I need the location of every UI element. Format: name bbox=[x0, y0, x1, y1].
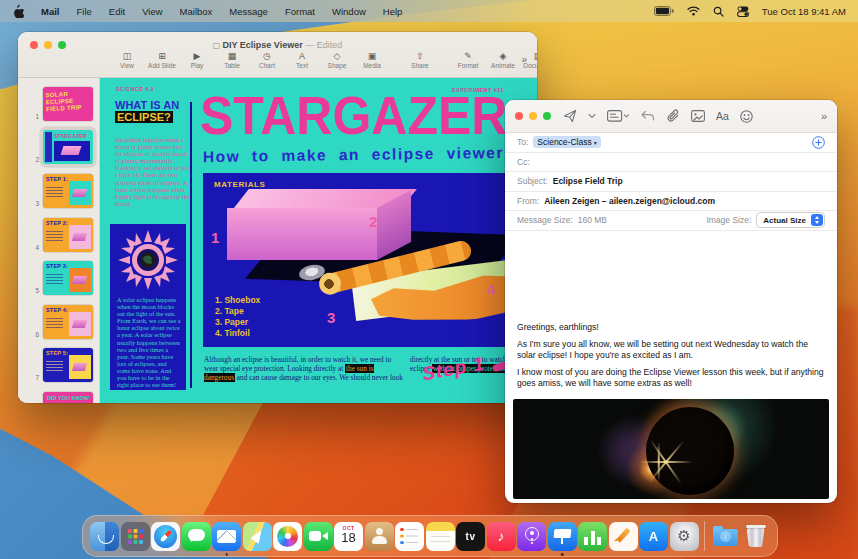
view-button[interactable]: ◫View bbox=[116, 51, 138, 70]
slide-subtitle: How to make an eclipse viewer! bbox=[203, 144, 511, 166]
menu-item-window[interactable]: Window bbox=[332, 6, 366, 17]
send-options-chevron-icon[interactable] bbox=[588, 113, 596, 119]
attach-paperclip-button[interactable] bbox=[666, 109, 680, 123]
insert-photo-button[interactable] bbox=[691, 110, 705, 122]
dock-icon-messages[interactable] bbox=[182, 522, 211, 551]
dock-icon-numbers[interactable] bbox=[578, 522, 607, 551]
table-icon: ▦ bbox=[228, 51, 237, 61]
format-text-button[interactable]: Aa bbox=[716, 110, 729, 122]
dock-icon-podcasts[interactable] bbox=[517, 522, 546, 551]
dock-icon-finder[interactable] bbox=[90, 522, 119, 551]
slide-thumbnail-7[interactable]: 7 STEP 5: bbox=[28, 348, 93, 382]
share-button[interactable]: ⇧Share bbox=[409, 51, 431, 70]
menu-item-mailbox[interactable]: Mailbox bbox=[180, 6, 213, 17]
format-button[interactable]: ✎Format bbox=[457, 51, 479, 70]
apple-menu-icon[interactable] bbox=[12, 4, 24, 18]
dock-icon-appstore[interactable]: A bbox=[639, 522, 668, 551]
slide-thumbnail-2-selected[interactable]: 2 STARGAZER bbox=[28, 130, 93, 164]
eclipse-photo-attachment[interactable] bbox=[513, 399, 829, 499]
keynote-header: ▢ DIY Eclipse Viewer — Edited ◫View ⊞Add… bbox=[18, 32, 537, 78]
document-button[interactable]: ▤Document bbox=[527, 51, 537, 70]
dock-icon-downloads-folder[interactable]: ↓ bbox=[711, 522, 740, 551]
animate-button[interactable]: ◈Animate bbox=[492, 51, 514, 70]
control-center-icon[interactable] bbox=[737, 6, 749, 17]
thumb-left-column bbox=[45, 132, 52, 162]
text-button[interactable]: AText bbox=[291, 51, 313, 70]
battery-icon[interactable] bbox=[654, 6, 674, 16]
chart-button[interactable]: ◷Chart bbox=[256, 51, 278, 70]
menu-clock[interactable]: Tue Oct 18 9:41 AM bbox=[762, 6, 846, 17]
mail-toolbar-overflow-chevron[interactable]: » bbox=[821, 110, 827, 122]
dock-icon-settings[interactable]: ⚙ bbox=[670, 522, 699, 551]
menu-item-help[interactable]: Help bbox=[383, 6, 403, 17]
header-fields-button[interactable] bbox=[607, 110, 629, 122]
menu-item-message[interactable]: Message bbox=[229, 6, 268, 17]
slide-thumbnail-6[interactable]: 6 STEP 4: bbox=[28, 305, 93, 339]
menu-item-file[interactable]: File bbox=[76, 6, 91, 17]
mail-compose-window: Aa » To: Science-Class▾ Cc: Subject: Ecl… bbox=[505, 100, 837, 503]
to-label: To: bbox=[517, 137, 528, 147]
toolbar-overflow-chevron[interactable]: » bbox=[521, 54, 527, 65]
add-slide-button[interactable]: ⊞Add Slide bbox=[151, 51, 173, 70]
dock-icon-calendar[interactable]: OCT 18 bbox=[334, 522, 363, 551]
slide-canvas[interactable]: SCIENCE 4.2 EXPERIMENT #11 WHAT IS AN EC… bbox=[100, 78, 537, 403]
calendar-day: 18 bbox=[334, 530, 363, 545]
emoji-button[interactable] bbox=[740, 110, 753, 123]
slide-thumbnail-5[interactable]: 5 STEP 3: bbox=[28, 261, 93, 295]
send-button[interactable] bbox=[563, 109, 577, 123]
dock-icon-contacts[interactable] bbox=[365, 522, 394, 551]
dock-icon-maps[interactable] bbox=[243, 522, 272, 551]
slide-thumbnail-3[interactable]: 3 STEP 1: bbox=[28, 174, 93, 208]
dock-icon-reminders[interactable] bbox=[395, 522, 424, 551]
slide-thumbnail-8[interactable]: 8 DID YOU KNOW bbox=[28, 392, 93, 403]
from-field[interactable]: From: Aileen Zeigen – aileen.zeigen@iclo… bbox=[505, 192, 837, 212]
slide-thumbnail-4[interactable]: 4 STEP 2: bbox=[28, 218, 93, 252]
dock-icon-tv[interactable]: tv bbox=[456, 522, 485, 551]
slide-number: 2 bbox=[28, 156, 39, 164]
cc-field[interactable]: Cc: bbox=[505, 153, 837, 173]
menu-item-view[interactable]: View bbox=[142, 6, 162, 17]
wifi-icon[interactable] bbox=[687, 6, 700, 16]
image-size-dropdown[interactable]: Actual Size bbox=[756, 212, 825, 228]
dock-icon-safari[interactable] bbox=[151, 522, 180, 551]
menu-item-app[interactable]: Mail bbox=[41, 6, 59, 17]
dock-divider bbox=[704, 521, 705, 551]
zoom-button[interactable] bbox=[543, 112, 551, 120]
shape-button[interactable]: ◇Shape bbox=[326, 51, 348, 70]
material-number-4: 4 bbox=[487, 281, 495, 298]
what-is-heading: WHAT IS AN ECLIPSE? bbox=[115, 99, 195, 123]
minimize-button[interactable] bbox=[529, 112, 537, 120]
dock-icon-notes[interactable] bbox=[426, 522, 455, 551]
slide-navigator: 1 SOLAR ECLIPSE FIELD TRIP 2 STARGAZER 3… bbox=[18, 78, 100, 403]
dock-icon-mail[interactable] bbox=[212, 522, 241, 551]
play-button[interactable]: ▶Play bbox=[186, 51, 208, 70]
close-button[interactable] bbox=[515, 112, 523, 120]
menu-item-format[interactable]: Format bbox=[285, 6, 315, 17]
message-size-label: Message Size: bbox=[517, 215, 573, 225]
dock-icon-photos[interactable] bbox=[273, 522, 302, 551]
media-button[interactable]: ▣Media bbox=[361, 51, 383, 70]
message-body-editor[interactable]: Greetings, earthlings! As I'm sure you a… bbox=[517, 322, 825, 391]
reply-icon[interactable] bbox=[640, 110, 655, 122]
mail-toolbar: Aa » bbox=[505, 100, 837, 133]
dock-icon-keynote[interactable] bbox=[548, 522, 577, 551]
add-recipient-button[interactable] bbox=[812, 136, 825, 149]
menu-item-edit[interactable]: Edit bbox=[109, 6, 125, 17]
subject-field[interactable]: Subject: Eclipse Field Trip bbox=[505, 172, 837, 192]
dock-icon-launchpad[interactable] bbox=[121, 522, 150, 551]
slide-thumbnail-1[interactable]: 1 SOLAR ECLIPSE FIELD TRIP bbox=[28, 87, 93, 121]
slide-1-title: SOLAR ECLIPSE FIELD TRIP bbox=[45, 90, 90, 120]
to-recipient-token[interactable]: Science-Class▾ bbox=[533, 136, 600, 148]
keynote-window: ▢ DIY Eclipse Viewer — Edited ◫View ⊞Add… bbox=[18, 32, 537, 403]
table-button[interactable]: ▦Table bbox=[221, 51, 243, 70]
dock-icon-music[interactable]: ♪ bbox=[487, 522, 516, 551]
dock-icon-facetime[interactable] bbox=[304, 522, 333, 551]
to-field[interactable]: To: Science-Class▾ bbox=[505, 133, 837, 153]
materials-list: 1. Shoebox 2. Tape 3. Paper 4. Tinfoil bbox=[215, 295, 260, 339]
dock-icon-trash[interactable] bbox=[741, 522, 770, 551]
spotlight-search-icon[interactable] bbox=[713, 6, 724, 17]
dock-icon-pages[interactable] bbox=[609, 522, 638, 551]
slide-number: 6 bbox=[28, 331, 39, 339]
eclipse-highlight: ECLIPSE? bbox=[115, 111, 173, 123]
running-indicator bbox=[561, 553, 564, 556]
